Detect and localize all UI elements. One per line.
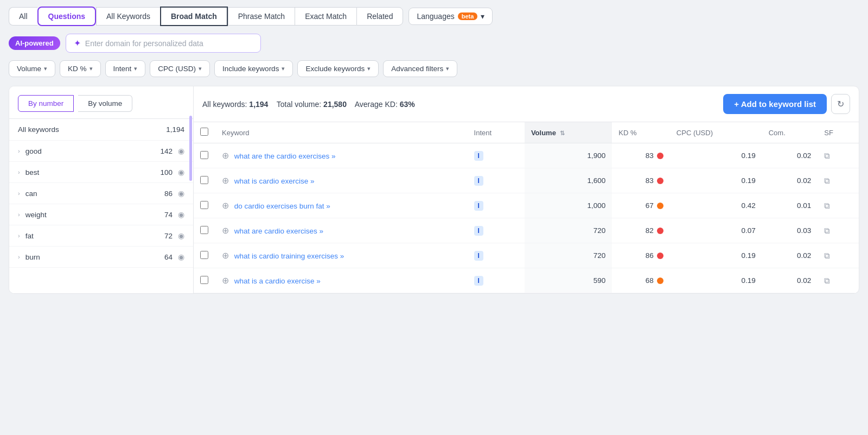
row-checkbox[interactable]: [200, 276, 208, 284]
eye-icon[interactable]: ◉: [178, 210, 184, 219]
row-cpc: 0.19: [670, 168, 762, 193]
filter-intent-label: Intent: [113, 65, 132, 73]
kd-indicator: [657, 203, 663, 209]
filter-intent[interactable]: Intent ▾: [105, 60, 146, 77]
add-circle-icon[interactable]: ⊕: [222, 276, 229, 285]
row-checkbox-cell: [194, 268, 215, 293]
keyword-link[interactable]: what is cardio training exercises »: [234, 252, 344, 260]
select-all-checkbox[interactable]: [200, 128, 208, 136]
table-row: ⊕ what are cardio exercises » I 720 82 0…: [194, 218, 859, 243]
tab-exact-match[interactable]: Exact Match: [295, 7, 356, 26]
row-sf: ⧉: [818, 193, 859, 218]
row-com: 0.02: [762, 268, 818, 293]
sidebar-item-right: 64 ◉: [164, 253, 184, 261]
row-keyword: ⊕ what are cardio exercises »: [215, 218, 468, 243]
tab-all-keywords[interactable]: All Keywords: [96, 7, 160, 26]
table-row: ⊕ do cardio exercises burn fat » I 1,000…: [194, 193, 859, 218]
sidebar-item-left: › weight: [18, 211, 47, 219]
filter-kd[interactable]: KD % ▾: [60, 60, 101, 77]
tab-all[interactable]: All: [9, 7, 37, 26]
table-header-actions: + Add to keyword list ↻: [723, 94, 850, 114]
serp-features-icon[interactable]: ⧉: [824, 251, 830, 260]
filter-exclude-label: Exclude keywords: [305, 65, 365, 73]
domain-input-wrap[interactable]: ✦ Enter domain for personalized data: [66, 34, 261, 53]
row-intent: I: [468, 243, 525, 268]
col-volume: Volume ⇅: [525, 122, 612, 143]
row-kd: 82: [612, 218, 670, 243]
row-checkbox[interactable]: [200, 176, 208, 184]
filter-cpc[interactable]: CPC (USD) ▾: [150, 60, 210, 77]
seg-by-volume[interactable]: By volume: [78, 95, 132, 112]
row-checkbox[interactable]: [200, 151, 208, 159]
kd-indicator: [657, 278, 663, 284]
tab-phrase-match[interactable]: Phrase Match: [228, 7, 295, 26]
serp-features-icon[interactable]: ⧉: [824, 176, 830, 185]
keyword-link[interactable]: what are the cardio exercises »: [234, 152, 336, 160]
row-checkbox[interactable]: [200, 251, 208, 259]
serp-features-icon[interactable]: ⧉: [824, 226, 830, 235]
keyword-link[interactable]: what are cardio exercises »: [234, 227, 323, 235]
filter-include-keywords[interactable]: Include keywords ▾: [214, 60, 293, 77]
serp-features-icon[interactable]: ⧉: [824, 276, 830, 285]
filter-include-label: Include keywords: [222, 65, 279, 73]
sidebar-keyword-count: 142: [160, 147, 173, 155]
all-keywords-stat-count: 1,194: [249, 100, 268, 109]
sidebar-item[interactable]: › burn 64 ◉: [9, 247, 193, 268]
add-to-keyword-list-button[interactable]: + Add to keyword list: [723, 94, 827, 114]
row-cpc: 0.07: [670, 218, 762, 243]
add-circle-icon[interactable]: ⊕: [222, 251, 229, 260]
seg-by-number[interactable]: By number: [18, 95, 74, 112]
row-com: 0.02: [762, 143, 818, 168]
languages-button[interactable]: Languages beta ▾: [409, 8, 493, 25]
keyword-link[interactable]: what is cardio exercise »: [234, 177, 315, 185]
sidebar-item[interactable]: › can 86 ◉: [9, 183, 193, 204]
row-com: 0.03: [762, 218, 818, 243]
table-row: ⊕ what are the cardio exercises » I 1,90…: [194, 143, 859, 168]
sidebar-item[interactable]: › fat 72 ◉: [9, 225, 193, 247]
serp-features-icon[interactable]: ⧉: [824, 151, 830, 160]
row-checkbox[interactable]: [200, 226, 208, 234]
chevron-right-icon: ›: [18, 148, 20, 154]
tab-questions[interactable]: Questions: [37, 7, 96, 26]
row-keyword: ⊕ what is a cardio exercise »: [215, 268, 468, 293]
row-checkbox[interactable]: [200, 201, 208, 209]
eye-icon[interactable]: ◉: [178, 189, 184, 198]
refresh-button[interactable]: ↻: [831, 94, 850, 114]
eye-icon[interactable]: ◉: [178, 231, 184, 240]
sidebar-item[interactable]: › weight 74 ◉: [9, 204, 193, 225]
add-circle-icon[interactable]: ⊕: [222, 226, 229, 235]
filter-exclude-keywords[interactable]: Exclude keywords ▾: [297, 60, 379, 77]
row-volume: 590: [525, 268, 612, 293]
row-volume: 1,000: [525, 193, 612, 218]
row-intent: I: [468, 193, 525, 218]
add-circle-icon[interactable]: ⊕: [222, 176, 229, 185]
row-sf: ⧉: [818, 168, 859, 193]
chevron-down-icon: ▾: [446, 65, 449, 72]
sidebar-items-list: › good 142 ◉ › best 100 ◉ › can 86 ◉ › w…: [9, 141, 193, 268]
eye-icon[interactable]: ◉: [178, 253, 184, 261]
row-com: 0.01: [762, 193, 818, 218]
eye-icon[interactable]: ◉: [178, 168, 184, 176]
row-intent: I: [468, 218, 525, 243]
sidebar-keyword-count: 64: [164, 253, 173, 261]
intent-badge: I: [474, 151, 483, 161]
tab-broad-match[interactable]: Broad Match: [160, 7, 228, 26]
refresh-icon: ↻: [837, 99, 844, 109]
sidebar-item[interactable]: › good 142 ◉: [9, 141, 193, 162]
intent-badge: I: [474, 251, 483, 261]
keyword-link[interactable]: do cardio exercises burn fat »: [234, 202, 330, 210]
tab-related[interactable]: Related: [356, 7, 403, 26]
row-sf: ⧉: [818, 268, 859, 293]
row-kd: 68: [612, 268, 670, 293]
add-circle-icon[interactable]: ⊕: [222, 201, 229, 210]
serp-features-icon[interactable]: ⧉: [824, 201, 830, 210]
filter-volume[interactable]: Volume ▾: [9, 60, 55, 77]
filter-advanced[interactable]: Advanced filters ▾: [383, 60, 457, 77]
eye-icon[interactable]: ◉: [178, 147, 184, 155]
all-keywords-count: 1,194: [166, 125, 184, 134]
add-circle-icon[interactable]: ⊕: [222, 151, 229, 160]
domain-placeholder: Enter domain for personalized data: [85, 39, 203, 48]
sidebar-item[interactable]: › best 100 ◉: [9, 162, 193, 183]
keyword-link[interactable]: what is a cardio exercise »: [234, 277, 321, 285]
row-checkbox-cell: [194, 168, 215, 193]
